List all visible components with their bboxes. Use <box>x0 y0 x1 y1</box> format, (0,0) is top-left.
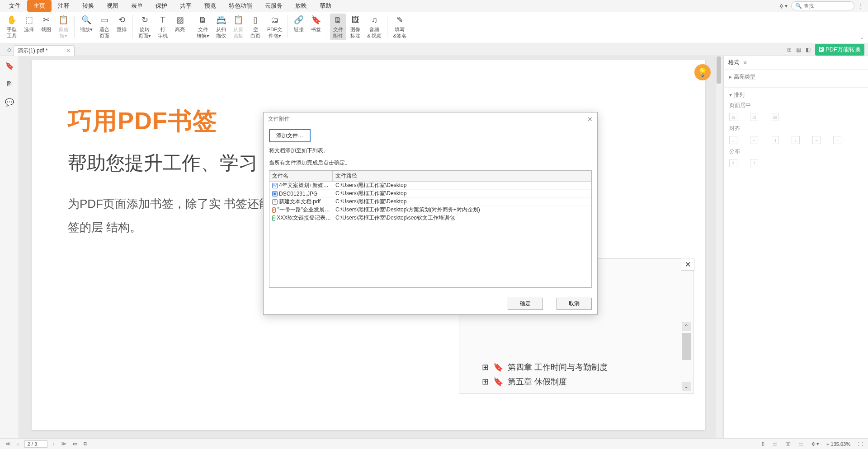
search-input[interactable] <box>804 3 849 9</box>
ribbon-高亮[interactable]: ▨高亮 <box>172 14 188 33</box>
ribbon-适合页面[interactable]: ▭适合页面 <box>96 14 113 40</box>
table-row[interactable]: XXXX软文链接登记表…C:\Users\黑框工作室\Desktop\seo软文… <box>269 214 591 222</box>
center-both-icon[interactable]: ⊞ <box>771 113 779 121</box>
bookmark-panel-icon[interactable]: 🔖 <box>5 61 14 70</box>
panel-scroll-up-icon[interactable]: ⌃ <box>682 322 691 331</box>
ribbon-书签[interactable]: 🔖书签 <box>308 14 324 33</box>
col-header-name[interactable]: 文件名 <box>269 171 333 181</box>
menu-file[interactable]: 文件 <box>3 0 27 12</box>
comments-panel-icon[interactable]: 💬 <box>5 98 14 107</box>
view-cont-icon[interactable]: ☰ <box>772 441 778 447</box>
menu-form[interactable]: 表单 <box>125 0 149 12</box>
align-top-icon[interactable]: ⫠ <box>792 136 800 144</box>
menu-play[interactable]: 放映 <box>289 0 313 12</box>
document-tab-label: 演示(1).pdf * <box>18 47 48 55</box>
zoom-label[interactable]: + 135.03% <box>826 441 850 447</box>
section-highlight[interactable]: 高亮类型 <box>734 74 755 80</box>
align-right-icon[interactable]: ⫞ <box>771 136 779 144</box>
ribbon-链接[interactable]: 🔗链接 <box>291 14 307 33</box>
table-row[interactable]: ≡新建文本文档.pdfC:\Users\黑框工作室\Desktop <box>269 198 591 206</box>
cancel-button[interactable]: 取消 <box>557 298 592 310</box>
table-row[interactable]: P"一带一路"企业发展…C:\Users\黑框工作室\Desktop\方案策划(… <box>269 206 591 214</box>
ribbon-文件转换[interactable]: 🗎文件转换▾ <box>194 14 212 40</box>
ribbon-重排[interactable]: ⟲重排 <box>113 14 130 33</box>
format-panel-close-icon[interactable]: ✕ <box>743 60 747 66</box>
pages-panel-icon[interactable]: 🗎 <box>6 80 13 88</box>
search-box[interactable]: 🔍 <box>791 1 854 10</box>
align-buttons: ⫠ ⫟ ⫞ ⫠ ⫟ ⫞ <box>729 136 863 144</box>
edit-mode-icon[interactable]: ◇ <box>5 47 14 53</box>
menu-help[interactable]: 帮助 <box>313 0 338 12</box>
ribbon-选择[interactable]: ⬚选择 <box>21 14 37 33</box>
menu-preview[interactable]: 预览 <box>198 0 222 12</box>
menu-convert[interactable]: 转换 <box>76 0 100 12</box>
document-tab[interactable]: 演示(1).pdf * ✕ <box>14 45 75 56</box>
section-arrange[interactable]: 排列 <box>734 92 745 98</box>
ribbon-从扫描仪[interactable]: 📇从扫描仪 <box>213 14 229 40</box>
menu-feature[interactable]: 特色功能 <box>222 0 259 12</box>
add-file-button[interactable]: 添加文件… <box>269 129 311 142</box>
col-header-path[interactable]: 文件路径 <box>333 171 591 181</box>
fullscreen-icon[interactable]: ⛶ <box>857 441 863 447</box>
collapse-ribbon-icon[interactable]: ⌃ <box>860 37 863 42</box>
align-left-icon[interactable]: ⫠ <box>729 136 737 144</box>
table-row[interactable]: W4年文案策划+新媒…C:\Users\黑框工作室\Desktop <box>269 182 591 190</box>
menu-protect[interactable]: 保护 <box>149 0 174 12</box>
ribbon-截图[interactable]: ✂截图 <box>38 14 54 33</box>
page-layout-icon[interactable]: ▭ <box>72 441 78 447</box>
pdf-convert-button[interactable]: P PDF万能转换 <box>815 44 864 56</box>
panel-scrollbar[interactable] <box>682 333 691 360</box>
center-v-icon[interactable]: ⊡ <box>750 113 758 121</box>
close-tab-icon[interactable]: ✕ <box>66 47 71 54</box>
dialog-close-icon[interactable]: ✕ <box>587 116 593 123</box>
file-path: C:\Users\黑框工作室\Desktop\方案策划(对外商务+对内企划) <box>333 206 591 214</box>
ribbon-icon: ▯ <box>250 14 261 25</box>
distribute-v-icon[interactable]: ⫲ <box>750 159 758 167</box>
menu-share[interactable]: 共享 <box>174 0 198 12</box>
menu-cloud[interactable]: 云服务 <box>259 0 289 12</box>
menu-view[interactable]: 视图 <box>100 0 125 12</box>
align-middle-icon[interactable]: ⫟ <box>812 136 821 144</box>
align-bottom-icon[interactable]: ⫞ <box>833 136 841 144</box>
next-page-icon[interactable]: › <box>52 441 56 447</box>
ribbon-图像标注[interactable]: 🖼图像标注 <box>347 14 363 40</box>
align-center-icon[interactable]: ⫟ <box>750 136 758 144</box>
ribbon-文件附件[interactable]: 🗎文件附件 <box>330 14 346 40</box>
distribute-h-icon[interactable]: ⫴ <box>729 159 737 167</box>
center-h-icon[interactable]: ⊟ <box>729 113 737 121</box>
first-page-icon[interactable]: ≪ <box>5 441 12 447</box>
format-panel-tab[interactable]: 格式 <box>728 59 739 66</box>
ribbon-剪贴板: 📋剪贴板▾ <box>55 14 71 40</box>
panel-close-icon[interactable]: ✕ <box>681 258 694 271</box>
page-indicator[interactable]: 2 / 3 <box>24 440 47 448</box>
page-copy-icon[interactable]: ⧉ <box>83 441 88 447</box>
ribbon-手型工具[interactable]: ✋手型工具 <box>4 14 20 40</box>
prev-page-icon[interactable]: ‹ <box>16 441 20 447</box>
hint-bubble-icon[interactable]: 💡 <box>694 64 711 80</box>
ribbon-打字机[interactable]: T打字机 <box>155 14 171 40</box>
view-double-icon[interactable]: ▯▯ <box>784 441 792 447</box>
ribbon-填写&签名[interactable]: ✎填写&签名 <box>390 14 409 40</box>
reading-layout-icon[interactable]: ᚖ ▾ <box>811 441 820 447</box>
panel-view-icon[interactable]: ◧ <box>806 47 811 53</box>
panel-scroll-down-icon[interactable]: ⌄ <box>682 382 691 391</box>
ok-button[interactable]: 确定 <box>508 298 543 310</box>
table-row[interactable]: ▣DSC01291.JPGC:\Users\黑框工作室\Desktop <box>269 190 591 198</box>
view-single-icon[interactable]: ▯ <box>761 441 765 447</box>
thumb-view-icon[interactable]: ▦ <box>796 47 801 53</box>
file-attachment-dialog: 文件附件 ✕ 添加文件… 将文档添加至如下列表。 当所有文件添加完成后点击确定。… <box>263 112 598 315</box>
ribbon-缩放[interactable]: 🔍缩放▾ <box>77 14 95 33</box>
menu-home[interactable]: 主页 <box>27 0 52 12</box>
more-icon[interactable]: ⋮ <box>858 3 863 9</box>
ribbon-PDF文件包[interactable]: 🗂PDF文件包▾ <box>264 14 285 40</box>
last-page-icon[interactable]: ≫ <box>60 441 67 447</box>
menu-comment[interactable]: 注释 <box>52 0 76 12</box>
vertical-scrollbar[interactable] <box>716 56 722 438</box>
grid-view-icon[interactable]: ⊞ <box>787 47 792 53</box>
ribbon-旋转页面[interactable]: ↻旋转页面▾ <box>136 14 154 40</box>
view-double-cont-icon[interactable]: ☷ <box>798 441 804 447</box>
layout-toggle-icon[interactable]: ᚖ ▾ <box>779 3 788 9</box>
ribbon-音频&视频[interactable]: ♫音频& 视频 <box>364 14 384 40</box>
dialog-desc-1: 将文档添加至如下列表。 <box>269 147 592 154</box>
ribbon-空白页[interactable]: ▯空白页 <box>247 14 264 40</box>
